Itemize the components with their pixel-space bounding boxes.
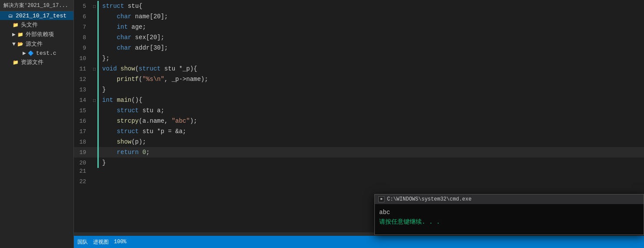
cmd-title: C:\WINDOWS\system32\cmd.exe bbox=[387, 196, 471, 202]
line-num: 11 bbox=[74, 66, 91, 72]
line-content: struct stu a; bbox=[99, 105, 164, 116]
line-num: 14 bbox=[74, 97, 91, 104]
line-content: }; bbox=[99, 53, 110, 64]
sidebar-item-label: 资源文件 bbox=[21, 58, 43, 66]
code-lines: 5 □ struct stu{ 6 char name[20]; 7 int a… bbox=[74, 0, 644, 189]
sidebar-item-label: test.c bbox=[36, 50, 57, 57]
code-line-5: 5 □ struct stu{ bbox=[74, 1, 644, 11]
sidebar-item-label: 2021_10_17_test bbox=[16, 13, 67, 19]
line-num: 13 bbox=[74, 87, 91, 93]
code-line-11: 11 □ void show(struct stu *_p){ bbox=[74, 64, 644, 74]
collapse-icon[interactable]: □ bbox=[93, 98, 96, 103]
code-line-12: 12 printf("%s\n", _p->name); bbox=[74, 74, 644, 84]
line-content: printf("%s\n", _p->name); bbox=[99, 74, 208, 84]
line-content: struct stu{ bbox=[99, 1, 142, 11]
status-mid: 进视图 bbox=[93, 238, 109, 246]
collapse-icon[interactable]: □ bbox=[93, 4, 96, 9]
line-num: 8 bbox=[74, 34, 91, 41]
statusbar: 国队 进视图 100% bbox=[74, 236, 644, 248]
cmd-output-line2: 请按任意键继续. . . bbox=[379, 217, 639, 227]
line-content: } bbox=[99, 158, 106, 168]
gutter-5: □ bbox=[91, 4, 97, 9]
line-num: 7 bbox=[74, 24, 91, 30]
gutter-11: □ bbox=[91, 67, 97, 72]
line-num: 6 bbox=[74, 13, 91, 20]
sidebar-item-label: 源文件 bbox=[26, 40, 43, 48]
code-line-7: 7 int age; bbox=[74, 22, 644, 32]
line-content: } bbox=[99, 84, 106, 95]
code-container: 5 □ struct stu{ 6 char name[20]; 7 int a… bbox=[74, 0, 644, 248]
cmd-output-line1: abc bbox=[379, 208, 639, 217]
line-content: show(p); bbox=[99, 137, 146, 147]
line-content: char sex[20]; bbox=[99, 32, 164, 43]
code-line-9: 9 char addr[30]; bbox=[74, 43, 644, 53]
line-content: char name[20]; bbox=[99, 11, 168, 22]
line-num: 20 bbox=[74, 160, 91, 166]
file-icon: 🔷 bbox=[27, 50, 34, 57]
line-num: 19 bbox=[74, 149, 91, 156]
line-num: 15 bbox=[74, 107, 91, 114]
sidebar-item-solution[interactable]: 🗂 2021_10_17_test bbox=[0, 11, 73, 20]
line-num: 9 bbox=[74, 45, 91, 51]
collapse-icon: ▼ bbox=[12, 41, 16, 47]
expand-icon: ▶ bbox=[23, 50, 26, 57]
folder-icon: 📁 bbox=[17, 31, 24, 38]
code-line-20: 20 } bbox=[74, 158, 644, 168]
line-num: 16 bbox=[74, 118, 91, 124]
sidebar-item-sources[interactable]: ▼ 📂 源文件 bbox=[0, 39, 73, 49]
line-content: struct stu *p = &a; bbox=[99, 126, 186, 137]
cmd-window: ■ C:\WINDOWS\system32\cmd.exe abc 请按任意键继… bbox=[374, 194, 644, 235]
expand-icon: ▶ bbox=[12, 31, 16, 38]
line-num: 10 bbox=[74, 55, 91, 62]
line-num: 17 bbox=[74, 128, 91, 135]
code-line-21: 21 bbox=[74, 168, 644, 178]
sidebar-item-headers[interactable]: 📁 头文件 bbox=[0, 20, 73, 30]
code-line-15: 15 struct stu a; bbox=[74, 105, 644, 116]
sidebar-item-testc[interactable]: ▶ 🔷 test.c bbox=[0, 49, 73, 57]
sidebar-item-resources[interactable]: 📁 资源文件 bbox=[0, 57, 73, 67]
line-num: 12 bbox=[74, 76, 91, 83]
status-left: 国队 bbox=[77, 238, 88, 246]
sidebar-title: 解决方案'2021_10_17... bbox=[0, 0, 73, 11]
editor-area: 5 □ struct stu{ 6 char name[20]; 7 int a… bbox=[74, 0, 644, 248]
code-line-10: 10 }; bbox=[74, 53, 644, 64]
sidebar-item-label: 外部依赖项 bbox=[26, 30, 54, 38]
line-num: 21 bbox=[74, 168, 91, 174]
line-content: return 0; bbox=[99, 147, 150, 158]
line-content: int age; bbox=[99, 22, 146, 32]
code-line-8: 8 char sex[20]; bbox=[74, 32, 644, 43]
cmd-icon: ■ bbox=[378, 196, 384, 202]
gutter-14: □ bbox=[91, 98, 97, 103]
code-line-6: 6 char name[20]; bbox=[74, 11, 644, 22]
line-content: void show(struct stu *_p){ bbox=[99, 64, 197, 74]
code-line-13: 13 } bbox=[74, 84, 644, 95]
cmd-titlebar: ■ C:\WINDOWS\system32\cmd.exe bbox=[375, 194, 644, 204]
line-content: strcpy(a.name, "abc"); bbox=[99, 116, 197, 126]
line-num: 18 bbox=[74, 139, 91, 145]
line-num: 22 bbox=[74, 178, 91, 185]
code-line-18: 18 show(p); bbox=[74, 137, 644, 147]
project-icon: 🗂 bbox=[7, 12, 14, 19]
folder-open-icon: 📂 bbox=[17, 40, 24, 47]
collapse-icon[interactable]: □ bbox=[93, 67, 96, 72]
line-content: int main(){ bbox=[99, 95, 142, 105]
sidebar-item-external[interactable]: ▶ 📁 外部依赖项 bbox=[0, 30, 73, 39]
line-content: char addr[30]; bbox=[99, 43, 168, 53]
sidebar-item-label: 头文件 bbox=[21, 21, 38, 29]
code-line-22: 22 bbox=[74, 178, 644, 189]
folder-icon: 📁 bbox=[12, 59, 19, 66]
code-line-17: 17 struct stu *p = &a; bbox=[74, 126, 644, 137]
line-num: 5 bbox=[74, 3, 91, 10]
status-zoom: 100% bbox=[114, 239, 127, 245]
code-line-14: 14 □ int main(){ bbox=[74, 95, 644, 105]
code-line-16: 16 strcpy(a.name, "abc"); bbox=[74, 116, 644, 126]
sidebar: 解决方案'2021_10_17... 🗂 2021_10_17_test 📁 头… bbox=[0, 0, 74, 248]
code-line-19: 19 return 0; bbox=[74, 147, 644, 158]
cmd-body: abc 请按任意键继续. . . bbox=[375, 204, 644, 235]
folder-icon: 📁 bbox=[12, 21, 19, 28]
